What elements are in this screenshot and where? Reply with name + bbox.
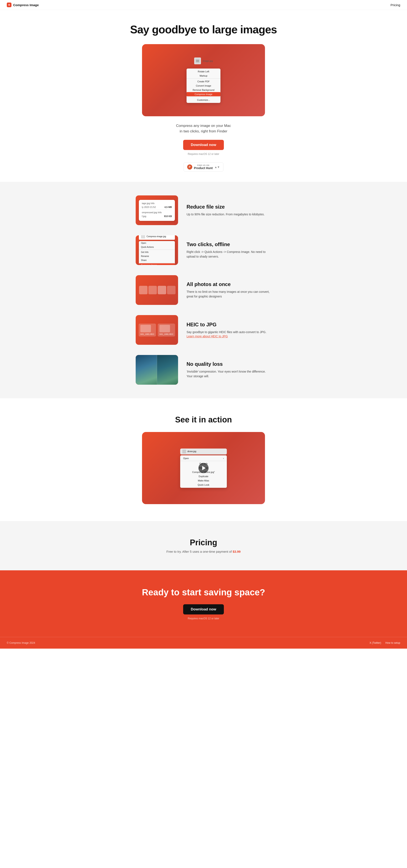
ctx-convert: Convert Image	[186, 84, 221, 88]
cta-requires: Requires macOS 12 or later	[7, 617, 400, 620]
hero-sub-line1: Compress any image on your Mac	[176, 124, 231, 128]
feature-desc-photos: There is no limit on how many images at …	[186, 289, 271, 299]
vm-quick-look: Quick Look	[180, 483, 227, 487]
fs-comp-size: 910 KB	[164, 215, 172, 217]
ctx-customize: Customize...	[186, 98, 221, 102]
hero-headline: Say goodbye to large images	[7, 24, 400, 36]
photo-thumb-3	[158, 286, 166, 294]
qa-quick-actions: Quick Actions	[139, 245, 175, 249]
pricing-price-link[interactable]: $3.99	[233, 550, 241, 553]
feature-text-reduce: Reduce file size Up to 90% file size red…	[186, 204, 271, 217]
cta-download-button[interactable]: Download now	[183, 604, 224, 615]
action-title: See it in action	[7, 415, 400, 424]
photos-grid	[136, 282, 178, 298]
file-size-mockup: iage.jpg Info ly 2023 21:52 4,5 MB ompre…	[139, 200, 175, 221]
pricing-subtitle: Free to try. After 5 uses a one-time pay…	[7, 550, 400, 553]
fs-compressed-row: ompressed.jpg Info	[142, 211, 172, 214]
ph-arrows: ▲▼	[214, 165, 220, 169]
feature-title-reduce: Reduce file size	[186, 204, 271, 210]
nav-brand: Compress Image	[7, 3, 39, 7]
features-list: iage.jpg Info ly 2023 21:52 4,5 MB ompre…	[136, 195, 271, 385]
ctx-markup: Markup	[186, 73, 221, 78]
ctx-rotate: Rotate Left	[186, 69, 221, 73]
context-menu: Rotate Left Markup Create PDF Convert Im…	[186, 68, 221, 103]
fs-original-size-row: ly 2023 21:52 4,5 MB	[142, 206, 172, 208]
heic-learn-more-link[interactable]: Learn more about HEIC to JPG	[186, 335, 228, 338]
feature-desc-clicks: Right click -> Quick Actions -> Compress…	[186, 249, 271, 259]
feature-two-clicks: Compress-image.jpg Open Quick Actions Ge…	[136, 235, 271, 265]
pricing-title: Pricing	[7, 538, 400, 547]
footer-setup-link[interactable]: How to setup	[385, 642, 400, 644]
vm-open: Open	[180, 456, 227, 460]
app-logo	[7, 3, 11, 7]
hero-sub-line2: in two clicks, right from Finder	[180, 129, 228, 133]
hero-image-container: image.jpg Rotate Left Markup Create PDF …	[142, 44, 265, 116]
heic-item-2: IMG_1986.HEIC	[158, 323, 175, 337]
ph-logo-letter: P	[189, 165, 191, 168]
quick-actions-mockup: Compress-image.jpg Open Quick Actions Ge…	[139, 235, 175, 265]
heic-img-1	[140, 325, 151, 332]
ctx-compress: Compress Image	[186, 92, 221, 96]
landscape-right	[157, 355, 178, 385]
feature-title-photos: All photos at once	[186, 281, 271, 287]
vm-file: drone.jpg	[180, 448, 227, 455]
qa-file: Compress-image.jpg	[139, 235, 175, 240]
hero-section: Say goodbye to large images image.jpg Ro…	[0, 10, 407, 182]
hero-subtitle: Compress any image on your Mac in two cl…	[7, 123, 400, 134]
fs-divider	[142, 210, 172, 210]
ph-find-label: FIND US ON	[194, 164, 213, 166]
product-hunt-badge[interactable]: P FIND US ON Product Hunt ▲▼	[183, 162, 224, 172]
finder-filename: image.jpg	[203, 60, 213, 62]
feature-text-quality: No quality loss 'Invisible' compression.…	[186, 361, 271, 379]
vm-duplicate: Duplicate	[180, 474, 227, 478]
hero-requires: Requires macOS 12 or later	[7, 153, 400, 156]
qa-filename: Compress-image.jpg	[146, 235, 166, 238]
pricing-sub-text: Free to try. After 5 uses a one-time pay…	[166, 550, 232, 553]
svg-rect-1	[9, 4, 9, 6]
footer-links: X (Twitter) How to setup	[370, 642, 400, 644]
cta-section: Ready to start saving space? Download no…	[0, 570, 407, 637]
feature-img-clicks: Compress-image.jpg Open Quick Actions Ge…	[136, 235, 178, 265]
feature-title-heic: HEIC to JPG	[186, 322, 271, 328]
heic-label-1: IMG_1985.HEIC	[140, 333, 154, 335]
fs-comp-name: f.jpg	[142, 215, 146, 217]
action-section: See it in action drone.jpg Open Get Info…	[0, 398, 407, 521]
feature-desc-heic: Say goodbye to gigantic HEIC files with …	[186, 330, 271, 334]
play-button[interactable]	[198, 463, 209, 473]
ctx-createpdf: Create PDF	[186, 79, 221, 84]
pricing-section: Pricing Free to try. After 5 uses a one-…	[0, 521, 407, 570]
feature-quality: No quality loss 'Invisible' compression.…	[136, 355, 271, 385]
nav-pricing-link[interactable]: Pricing	[391, 3, 400, 7]
finder-file-row: image.jpg	[194, 58, 213, 64]
feature-img-quality	[136, 355, 178, 385]
footer-copyright: © Compress Image 2024	[7, 642, 35, 644]
feature-reduce-file-size: iage.jpg Info ly 2023 21:52 4,5 MB ompre…	[136, 195, 271, 225]
features-section: iage.jpg Info ly 2023 21:52 4,5 MB ompre…	[0, 182, 407, 398]
feature-img-photos	[136, 275, 178, 305]
fs-orig-size: 4,5 MB	[165, 206, 172, 208]
product-hunt-logo: P	[187, 164, 192, 169]
feature-title-quality: No quality loss	[186, 361, 271, 367]
heic-mockup: IMG_1985.HEIC IMG_1986.HEIC	[139, 323, 175, 337]
ctx-removebg: Remove Background	[186, 88, 221, 92]
ph-text: FIND US ON Product Hunt	[194, 164, 213, 170]
photo-thumb-1	[139, 286, 147, 294]
ctx-divider	[186, 79, 221, 79]
footer-twitter-link[interactable]: X (Twitter)	[370, 642, 381, 644]
footer: © Compress Image 2024 X (Twitter) How to…	[0, 637, 407, 649]
hero-download-button[interactable]: Download now	[183, 140, 224, 150]
svg-rect-3	[196, 60, 199, 62]
fs-original-label: iage.jpg Info	[142, 202, 155, 205]
heic-item-1: IMG_1985.HEIC	[139, 323, 156, 337]
feature-heic: IMG_1985.HEIC IMG_1986.HEIC HEIC to JPG …	[136, 315, 271, 345]
quick-actions-menu: Open Quick Actions Get Info Rename Share…	[139, 241, 175, 265]
fs-compressed-label: ompressed.jpg Info	[142, 211, 162, 214]
video-container[interactable]: drone.jpg Open Get Info Rename Compress …	[142, 432, 265, 504]
landscape-left	[136, 355, 157, 385]
feature-title-clicks: Two clicks, offline	[186, 242, 271, 247]
heic-label-2: IMG_1986.HEIC	[160, 333, 173, 335]
file-icon	[194, 58, 201, 64]
feature-img-heic: IMG_1985.HEIC IMG_1986.HEIC	[136, 315, 178, 345]
ph-name-label: Product Hunt	[194, 166, 213, 170]
fs-original-row: iage.jpg Info	[142, 202, 172, 205]
